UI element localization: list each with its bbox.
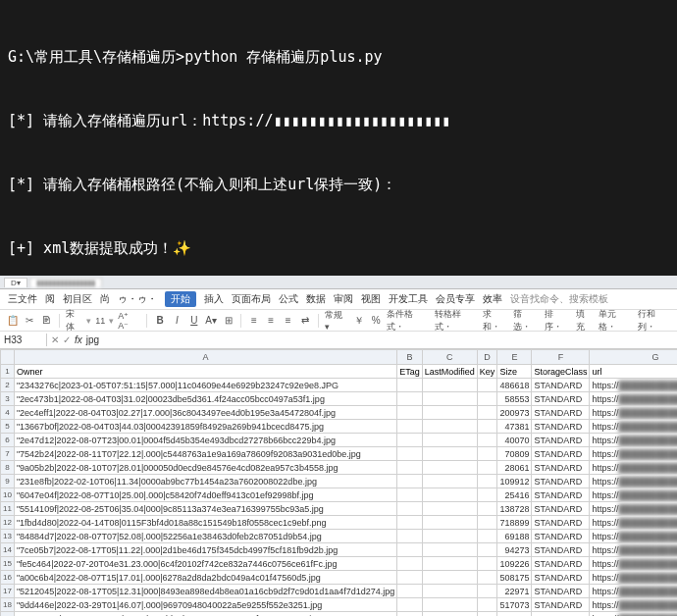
- cell[interactable]: [397, 475, 423, 488]
- cell[interactable]: 58553: [497, 392, 532, 406]
- cell[interactable]: [397, 585, 423, 598]
- menu-item[interactable]: 阅: [45, 292, 55, 306]
- cell[interactable]: ETag: [397, 365, 423, 379]
- cell[interactable]: "13667b0f|2022-08-04T03|44.03|0004239185…: [14, 420, 396, 434]
- cell[interactable]: [422, 598, 477, 612]
- cond-format[interactable]: 条件格式・: [387, 308, 429, 334]
- search-hint[interactable]: 设音找命令、搜索模板: [510, 292, 608, 306]
- cell[interactable]: [422, 543, 477, 557]
- cell[interactable]: [422, 392, 477, 406]
- cell[interactable]: [477, 447, 497, 461]
- cell[interactable]: [477, 557, 497, 571]
- menu-item[interactable]: 三文件: [8, 292, 37, 306]
- cell[interactable]: 109912: [497, 475, 532, 488]
- cell[interactable]: "2ec473b1|2022-08-04T03|31.02|00023dbe5d…: [14, 392, 396, 406]
- cell[interactable]: Size: [497, 365, 532, 379]
- sort-menu[interactable]: 排序・: [545, 308, 570, 334]
- cell[interactable]: https://████████████████: [590, 447, 677, 461]
- cell[interactable]: [422, 406, 477, 420]
- cell[interactable]: [397, 461, 423, 475]
- cell[interactable]: STANDARD: [532, 488, 590, 502]
- cell[interactable]: "9a05b2b|2022-08-10T07|28.01|000050d0ecd…: [14, 461, 396, 475]
- cell[interactable]: [422, 379, 477, 392]
- cell[interactable]: [477, 502, 497, 516]
- cell[interactable]: 109226: [497, 557, 532, 571]
- col-header[interactable]: B: [397, 350, 423, 365]
- format-dropdown[interactable]: 常规 ▾: [325, 309, 348, 332]
- cell[interactable]: [397, 488, 423, 502]
- cell[interactable]: StorageClass: [532, 365, 590, 379]
- cell[interactable]: https://████████████████: [590, 406, 677, 420]
- cell[interactable]: STANDARD: [532, 475, 590, 488]
- cell[interactable]: https://████████████████: [590, 434, 677, 447]
- cell[interactable]: [397, 530, 423, 543]
- cell[interactable]: [422, 557, 477, 571]
- align-right-icon[interactable]: ≡: [282, 314, 294, 328]
- cell[interactable]: "6047e04f|2022-08-07T10|25.00|.000|c5842…: [14, 488, 396, 502]
- cell[interactable]: STANDARD: [532, 585, 590, 598]
- cell[interactable]: Owner: [14, 365, 396, 379]
- border-icon[interactable]: ⊞: [222, 314, 234, 328]
- cell[interactable]: [477, 571, 497, 585]
- cell[interactable]: https://████████████████: [590, 543, 677, 557]
- font-select[interactable]: 宋体: [66, 308, 82, 334]
- menu-item[interactable]: 视图: [361, 292, 381, 306]
- menu-item[interactable]: 插入: [204, 292, 224, 306]
- menu-item[interactable]: 开发工具: [389, 292, 428, 306]
- percent-icon[interactable]: %: [370, 314, 383, 328]
- align-left-icon[interactable]: ≡: [247, 314, 260, 328]
- table-row[interactable]: 6"2e47d12|2022-08-07T23|00.01|0004f5d45b…: [1, 434, 678, 447]
- cell[interactable]: [422, 461, 477, 475]
- table-style[interactable]: 转格样式・: [435, 308, 477, 334]
- cell[interactable]: https://████████████████: [590, 585, 677, 598]
- cell[interactable]: [477, 379, 497, 392]
- table-row[interactable]: 9"231e8fb|2022-02-10T06|11.34|0000ab9bc7…: [1, 475, 678, 488]
- table-row[interactable]: 8"9a05b2b|2022-08-10T07|28.01|000050d0ec…: [1, 461, 678, 475]
- menu-item[interactable]: ゥ・ゥ・: [118, 292, 157, 306]
- table-row[interactable]: 13"84884d7|2022-08-07T07|52.08|.000|5225…: [1, 530, 678, 543]
- text-size-icons[interactable]: A⁺ A⁻: [118, 311, 140, 331]
- cell[interactable]: STANDARD: [532, 461, 590, 475]
- fx-icon[interactable]: fx: [75, 334, 82, 345]
- table-row[interactable]: 3"2ec473b1|2022-08-04T03|31.02|00023dbe5…: [1, 392, 678, 406]
- cell[interactable]: [397, 612, 423, 617]
- cell[interactable]: [397, 434, 423, 447]
- column-headers[interactable]: A B C D E F G H: [1, 350, 678, 365]
- cell[interactable]: 486618: [497, 379, 532, 392]
- cell[interactable]: STANDARD: [532, 406, 590, 420]
- cell[interactable]: STANDARD: [532, 543, 590, 557]
- cell[interactable]: 28061: [497, 461, 532, 475]
- cell[interactable]: https://████████████████: [590, 612, 677, 617]
- table-row[interactable]: 16"a00c6b4|2022-08-07T15|17.01|.000|6278…: [1, 571, 678, 585]
- cell[interactable]: "84884d7|2022-08-07T07|52.08|.000|52256a…: [14, 530, 396, 543]
- col-header[interactable]: A: [14, 350, 396, 365]
- menu-item[interactable]: 审阅: [334, 292, 353, 306]
- cell[interactable]: "5514109f|2022-08-25T06|35.04|000|9c8511…: [14, 502, 396, 516]
- cell[interactable]: Key: [477, 365, 497, 379]
- app-tab[interactable]: D▾: [4, 278, 27, 287]
- bold-icon[interactable]: B: [153, 314, 166, 328]
- formula-input[interactable]: jpg: [86, 334, 99, 345]
- cell[interactable]: https://████████████████: [590, 488, 677, 502]
- menu-item[interactable]: 数据: [306, 292, 326, 306]
- table-row[interactable]: 10"6047e04f|2022-08-07T10|25.00|.000|c58…: [1, 488, 678, 502]
- fill-icon[interactable]: A▾: [204, 314, 217, 328]
- cell[interactable]: https://████████████████: [590, 571, 677, 585]
- currency-icon[interactable]: ￥: [352, 314, 365, 328]
- cell[interactable]: [422, 475, 477, 488]
- cell[interactable]: LastModified: [422, 365, 477, 379]
- col-header[interactable]: C: [422, 350, 477, 365]
- cell[interactable]: "2343276c|2023-01-05T07:51:15|57.000|11c…: [14, 379, 396, 392]
- cell[interactable]: [422, 585, 477, 598]
- cell[interactable]: https://████████████████: [590, 516, 677, 530]
- cell[interactable]: 508175: [497, 571, 532, 585]
- menu-item[interactable]: 会员专享: [436, 292, 475, 306]
- cell[interactable]: [422, 571, 477, 585]
- menu-item[interactable]: 尚: [100, 292, 110, 306]
- cell[interactable]: STANDARD: [532, 612, 590, 617]
- cell[interactable]: [422, 434, 477, 447]
- name-box[interactable]: H33: [0, 334, 47, 346]
- cell[interactable]: [477, 488, 497, 502]
- cell[interactable]: [477, 585, 497, 598]
- table-row[interactable]: 14"7ce05b7|2022-08-17T05|11.22|.000|2d1b…: [1, 543, 678, 557]
